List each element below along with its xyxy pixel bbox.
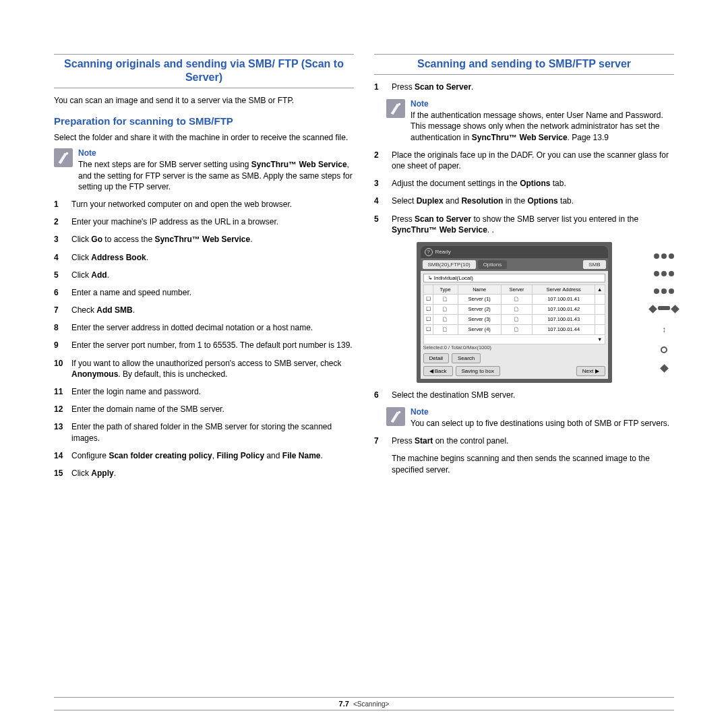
step-item: 2Enter your machine's IP address as the … <box>54 216 354 227</box>
subsection-heading: Preparation for scanning to SMB/FTP <box>54 115 354 127</box>
server-table: Type Name Server Server Address ▲ ☐🗋Serv… <box>423 284 605 344</box>
step-list: 1Turn your networked computer on and ope… <box>54 199 354 479</box>
step-item: 4Select Duplex and Resolution in the Opt… <box>374 195 674 206</box>
detail-button[interactable]: Detail <box>423 353 449 363</box>
note-label: Note <box>411 407 669 417</box>
tab-options[interactable]: Options <box>478 260 508 269</box>
section-heading: Scanning originals and sending via SMB/ … <box>54 54 354 88</box>
step-item: 8Enter the server address in dotted deci… <box>54 322 354 333</box>
step-item: 6Enter a name and speed number. <box>54 287 354 298</box>
svg-point-0 <box>66 152 69 155</box>
ui-screenshot: ? Ready SMB(20),FTP(10) Options SMB ↳ In… <box>417 242 612 383</box>
note-label: Note <box>78 148 354 158</box>
step-item: 1Turn your networked computer on and ope… <box>54 199 354 210</box>
dropdown-individual[interactable]: ↳ Individual(Local) <box>423 274 605 282</box>
step-item: 2Place the originals face up in the DADF… <box>374 150 674 171</box>
step-item: 13Enter the path of shared folder in the… <box>54 421 354 443</box>
sub-intro: Select the folder and share it with the … <box>54 132 354 143</box>
step-item: 6 Select the destination SMB server. <box>374 390 674 400</box>
step-item: 10If you want to allow the unauthorized … <box>54 358 354 380</box>
svg-point-2 <box>398 411 401 414</box>
note-text: The next steps are for SMB server settin… <box>78 159 354 192</box>
note-icon <box>54 148 73 167</box>
note-block: Note If the authentication message shows… <box>386 99 674 143</box>
svg-point-1 <box>398 103 401 106</box>
step-item: 4Click Address Book. <box>54 252 354 263</box>
step-item: 15Click Apply. <box>54 468 354 479</box>
note-label: Note <box>411 99 674 109</box>
note-text: You can select up to five destinations u… <box>411 418 669 429</box>
send-button[interactable]: SMB <box>583 260 605 269</box>
step-item: 3Adjust the document settings in the Opt… <box>374 178 674 189</box>
step-item: 12Enter the domain name of the SMB serve… <box>54 404 354 415</box>
step-item: 9Enter the server port number, from 1 to… <box>54 340 354 351</box>
next-button[interactable]: Next ▶ <box>576 366 605 376</box>
note-block: Note You can select up to five destinati… <box>386 407 674 429</box>
table-row[interactable]: ☐🗋Server (1)🗋107.100.01.41 <box>423 294 605 304</box>
note-text: If the authentication message shows, ent… <box>411 110 674 143</box>
tab-smb-ftp[interactable]: SMB(20),FTP(10) <box>423 260 476 269</box>
step-item: 7 Press Start on the control panel. <box>374 435 674 446</box>
step-list: 2Place the originals face up in the DADF… <box>374 150 674 235</box>
closing-text: The machine begins scanning and then sen… <box>392 453 674 475</box>
intro-text: You can scan an image and send it to a s… <box>54 95 354 106</box>
side-indicators: ↕ <box>654 242 674 383</box>
step-item: 7Check Add SMB. <box>54 305 354 315</box>
step-item: 14Configure Scan folder creating policy,… <box>54 450 354 461</box>
saving-button[interactable]: Saving to box <box>456 366 500 376</box>
step-item: 11Enter the login name and password. <box>54 386 354 397</box>
table-row[interactable]: ☐🗋Server (3)🗋107.100.01.43 <box>423 314 605 324</box>
note-icon <box>386 407 405 426</box>
page-footer: 7.7 <Scanning> <box>54 697 674 710</box>
step-item: 3Click Go to access the SyncThru™ Web Se… <box>54 234 354 245</box>
search-button[interactable]: Search <box>452 353 481 363</box>
table-row[interactable]: ☐🗋Server (2)🗋107.100.01.42 <box>423 304 605 314</box>
step-list: 1Press Scan to Server. <box>374 82 674 92</box>
section-heading: Scanning and sending to SMB/FTP server <box>374 54 674 75</box>
selection-status: Selected:0 / Total:0/Max(1000) <box>423 344 605 351</box>
help-icon: ? <box>425 248 433 256</box>
status-ready: Ready <box>435 249 451 255</box>
step-item: 1Press Scan to Server. <box>374 82 674 92</box>
table-row[interactable]: ☐🗋Server (4)🗋107.100.01.44 <box>423 324 605 334</box>
step-item: 5Click Add. <box>54 270 354 280</box>
step-item: 5Press Scan to Server to show the SMB se… <box>374 214 674 235</box>
note-block: Note The next steps are for SMB server s… <box>54 148 354 192</box>
note-icon <box>386 99 405 118</box>
back-button[interactable]: ◀ Back <box>423 366 453 376</box>
